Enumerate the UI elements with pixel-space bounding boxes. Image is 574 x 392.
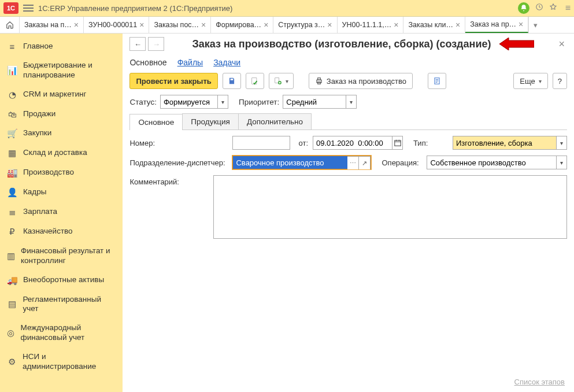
sidebar-item-assets[interactable]: 🚚Внеоборотные активы bbox=[0, 271, 123, 290]
pie-icon: ◔ bbox=[7, 90, 17, 100]
type-input[interactable] bbox=[453, 136, 557, 150]
list-icon: ≡ bbox=[7, 42, 17, 51]
unit-input[interactable] bbox=[233, 156, 347, 169]
sidebar-item-warehouse[interactable]: ▦Склад и доставка bbox=[0, 143, 123, 163]
bell-icon[interactable] bbox=[518, 2, 529, 14]
tab-1[interactable]: ЗУН00-000011× bbox=[84, 17, 149, 33]
close-icon[interactable]: × bbox=[201, 20, 206, 29]
open-icon[interactable]: ↗ bbox=[359, 156, 371, 170]
sidebar-item-regaccounting[interactable]: ▤Регламентированный учет bbox=[0, 290, 123, 319]
sidebar-item-payroll[interactable]: ≣Зарплата bbox=[0, 202, 123, 222]
tab-2[interactable]: Заказы пос…× bbox=[149, 17, 211, 33]
tabs-dropdown[interactable]: ▾ bbox=[528, 17, 542, 33]
history-icon[interactable] bbox=[535, 3, 543, 13]
number-label: Номер: bbox=[129, 139, 228, 147]
sidebar: ≡Главное 📊Бюджетирование и планирование … bbox=[0, 34, 123, 392]
doctab-main[interactable]: Основное bbox=[129, 114, 183, 130]
sidebar-item-budget[interactable]: 📊Бюджетирование и планирование bbox=[0, 56, 123, 85]
doctab-products[interactable]: Продукция bbox=[182, 113, 239, 130]
tab-5[interactable]: УН00-11.1.1,…× bbox=[338, 17, 404, 33]
unit-combo[interactable]: ⋯ ↗ bbox=[232, 156, 371, 169]
comment-textarea[interactable] bbox=[213, 175, 567, 239]
sidebar-item-finresult[interactable]: ▥Финансовый результат и контроллинг bbox=[0, 242, 123, 271]
calendar-icon[interactable] bbox=[392, 136, 403, 150]
sidebar-item-nsi[interactable]: ⚙НСИ и администрирование bbox=[0, 347, 123, 376]
comment-label: Комментарий: bbox=[129, 175, 209, 186]
date-field[interactable] bbox=[313, 136, 403, 150]
svg-rect-9 bbox=[394, 140, 401, 146]
close-icon[interactable]: × bbox=[519, 20, 523, 29]
sidebar-item-ifrs[interactable]: ◎Международный финансовый учет bbox=[0, 319, 123, 347]
help-button[interactable]: ? bbox=[553, 73, 567, 89]
chevron-down-icon[interactable]: ▾ bbox=[218, 95, 228, 109]
subtab-main[interactable]: Основное bbox=[129, 58, 166, 67]
attention-arrow-icon bbox=[499, 38, 534, 50]
create-based-button[interactable]: ▾ bbox=[269, 73, 294, 89]
sidebar-item-treasury[interactable]: ₽Казначейство bbox=[0, 222, 123, 242]
operation-input[interactable] bbox=[427, 156, 557, 169]
window-menu-icon[interactable]: ≡ bbox=[565, 3, 571, 13]
close-icon[interactable]: × bbox=[456, 20, 460, 29]
post-button[interactable] bbox=[246, 73, 264, 89]
report-button[interactable] bbox=[428, 73, 446, 89]
sidebar-item-purchase[interactable]: 🛒Закупки bbox=[0, 124, 123, 143]
type-combo[interactable]: ▾ bbox=[453, 136, 567, 150]
sidebar-item-sales[interactable]: 🛍Продажи bbox=[0, 105, 123, 124]
date-input[interactable] bbox=[313, 136, 392, 150]
bag-icon: 🛍 bbox=[7, 109, 17, 119]
type-label: Тип: bbox=[413, 139, 448, 147]
sidebar-item-crm[interactable]: ◔CRM и маркетинг bbox=[0, 85, 123, 105]
save-button[interactable] bbox=[223, 73, 241, 89]
chevron-down-icon[interactable]: ▾ bbox=[557, 156, 567, 169]
tab-6[interactable]: Заказы кли…× bbox=[403, 17, 465, 33]
close-icon[interactable]: × bbox=[327, 20, 332, 29]
number-input[interactable] bbox=[232, 136, 290, 150]
status-combo[interactable]: ▾ bbox=[160, 95, 228, 109]
app-title: 1С:ERP Управление предприятием 2 (1С:Пре… bbox=[38, 4, 232, 13]
home-tab[interactable] bbox=[0, 17, 20, 33]
back-button[interactable]: ← bbox=[129, 37, 146, 51]
close-icon[interactable]: × bbox=[74, 20, 79, 29]
more-button[interactable]: Еще▾ bbox=[513, 73, 547, 89]
chevron-down-icon[interactable]: ▾ bbox=[557, 136, 567, 150]
priority-combo[interactable]: ▾ bbox=[283, 95, 357, 109]
ellipsis-icon[interactable]: ⋯ bbox=[347, 156, 359, 170]
content-area: ← → Заказ на производство (изготовление,… bbox=[123, 34, 574, 392]
svg-marker-1 bbox=[499, 38, 534, 50]
gear-icon: ⚙ bbox=[7, 357, 17, 367]
logo-1c: 1C bbox=[3, 2, 18, 14]
tab-0[interactable]: Заказы на п…× bbox=[20, 17, 84, 33]
grid-icon: ▦ bbox=[7, 148, 17, 158]
subtab-tasks[interactable]: Задачи bbox=[213, 58, 240, 67]
person-icon: 👤 bbox=[7, 187, 17, 198]
tab-7[interactable]: Заказ на пр…× bbox=[465, 17, 528, 33]
tab-4[interactable]: Структура з…× bbox=[273, 17, 337, 33]
operation-label: Операция: bbox=[382, 158, 422, 167]
close-icon[interactable]: × bbox=[394, 20, 398, 29]
operation-combo[interactable]: ▾ bbox=[427, 156, 567, 169]
priority-input[interactable] bbox=[283, 95, 346, 109]
subtab-files[interactable]: Файлы bbox=[177, 58, 203, 67]
sidebar-item-hr[interactable]: 👤Кадры bbox=[0, 183, 123, 202]
doc-icon: ▤ bbox=[7, 299, 17, 309]
status-input[interactable] bbox=[160, 95, 218, 109]
close-icon[interactable]: × bbox=[264, 20, 268, 29]
close-icon[interactable]: × bbox=[139, 20, 144, 29]
system-bar: 1C 1С:ERP Управление предприятием 2 (1С:… bbox=[0, 0, 574, 16]
post-and-close-button[interactable]: Провести и закрыть bbox=[129, 73, 217, 89]
stages-link[interactable]: Список этапов bbox=[514, 378, 565, 386]
close-page-button[interactable]: × bbox=[556, 38, 567, 50]
doctab-extra[interactable]: Дополнительно bbox=[238, 113, 312, 130]
sidebar-item-production[interactable]: 🏭Производство bbox=[0, 163, 123, 183]
page-title: Заказ на производство (изготовление, сбо… bbox=[192, 38, 491, 50]
nav-buttons: ← → bbox=[129, 37, 164, 51]
forward-button[interactable]: → bbox=[148, 37, 164, 51]
star-icon[interactable] bbox=[549, 3, 557, 13]
priority-label: Приоритет: bbox=[239, 98, 279, 106]
tab-3[interactable]: Формирова…× bbox=[211, 17, 273, 33]
cart-icon: 🛒 bbox=[7, 128, 17, 139]
sidebar-item-main[interactable]: ≡Главное bbox=[0, 37, 123, 56]
menu-icon[interactable] bbox=[23, 5, 34, 12]
chevron-down-icon[interactable]: ▾ bbox=[346, 95, 357, 109]
print-order-button[interactable]: Заказ на производство bbox=[309, 73, 413, 89]
